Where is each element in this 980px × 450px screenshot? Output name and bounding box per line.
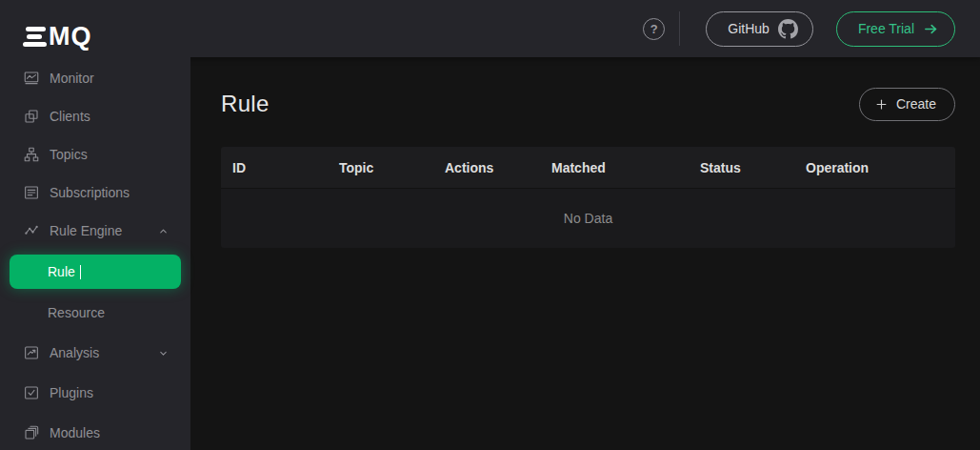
sidebar-item-label: Topics [50,147,88,162]
github-button[interactable]: GitHub [706,11,813,47]
subscriptions-icon [23,184,40,201]
sidebar-item-label: Subscriptions [50,185,130,200]
table-header-row: ID Topic Actions Matched Status Operatio… [221,147,955,189]
column-header-matched: Matched [540,160,689,175]
clients-icon [23,108,40,125]
plus-icon [874,97,889,112]
rules-table: ID Topic Actions Matched Status Operatio… [221,147,955,248]
app-root: ? GitHub Free Trial MQ Monito [0,0,980,450]
help-glyph: ? [650,22,658,36]
topbar-divider [679,11,680,46]
sidebar-item-label: Monitor [50,71,94,86]
sidebar-item-label: Analysis [50,345,99,360]
main-content: Rule Create ID Topic Actions Matched Sta… [190,57,980,450]
modules-icon [23,424,40,441]
arrow-right-icon [923,21,939,37]
help-icon[interactable]: ? [643,18,665,40]
github-icon [778,19,798,39]
sidebar-item-analysis[interactable]: Analysis [0,333,190,373]
sidebar-item-label: Rule [48,264,75,279]
chevron-down-icon [157,347,170,359]
no-data-text: No Data [564,211,612,226]
github-button-label: GitHub [728,21,770,36]
chevron-up-icon [157,225,170,237]
table-empty-row: No Data [221,189,955,248]
create-button[interactable]: Create [859,88,955,121]
sidebar-item-rule[interactable]: Rule [10,255,181,289]
page-title: Rule [221,91,270,117]
plugins-icon [23,384,40,401]
emq-logo-bars-icon [23,27,47,47]
sidebar-item-topics[interactable]: Topics [0,135,190,174]
sidebar: MQ Monitor Clients Topics [0,0,190,450]
sidebar-item-label: Plugins [50,385,93,400]
sidebar-item-resource[interactable]: Resource [0,293,190,333]
sidebar-item-plugins[interactable]: Plugins [0,373,190,413]
column-header-status: Status [689,160,794,175]
emq-logo: MQ [0,0,190,57]
sidebar-item-label: Modules [50,425,100,440]
free-trial-label: Free Trial [858,21,914,36]
sidebar-item-monitor[interactable]: Monitor [0,59,190,97]
sidebar-item-label: Rule Engine [50,223,122,238]
sidebar-menu: Monitor Clients Topics Subscripti [0,57,190,450]
sidebar-item-clients[interactable]: Clients [0,97,190,135]
column-header-id: ID [221,160,328,175]
free-trial-button[interactable]: Free Trial [836,11,955,47]
emq-logo-text: MQ [49,24,92,50]
column-header-topic: Topic [328,160,433,175]
rule-engine-icon [23,222,40,239]
create-button-label: Create [896,96,936,112]
page-header: Rule Create [221,86,955,122]
monitor-icon [23,70,40,87]
column-header-operation: Operation [794,160,955,175]
analysis-icon [23,344,40,361]
text-cursor [80,265,82,279]
sidebar-item-label: Resource [48,305,105,320]
sidebar-item-modules[interactable]: Modules [0,413,190,450]
column-header-actions: Actions [433,160,540,175]
sidebar-item-subscriptions[interactable]: Subscriptions [0,174,190,212]
sidebar-item-label: Clients [50,109,90,124]
topics-icon [23,146,40,163]
sidebar-item-rule-engine[interactable]: Rule Engine [0,212,190,250]
